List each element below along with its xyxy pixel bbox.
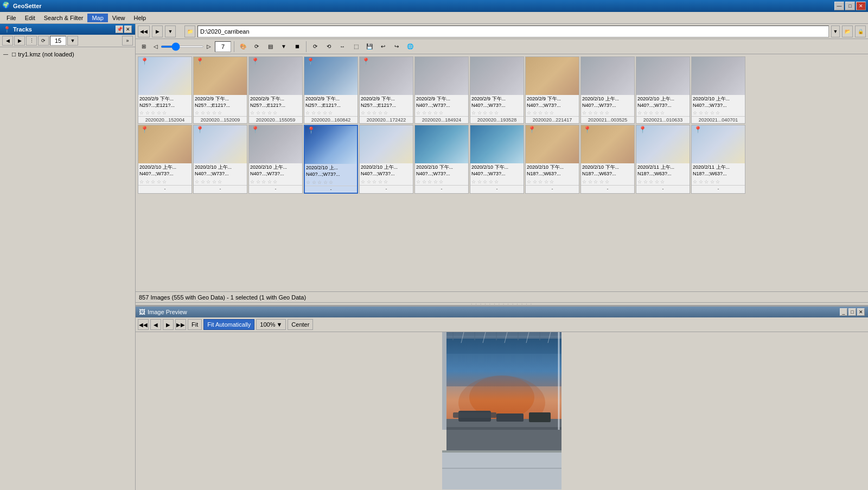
thumb-img	[415, 125, 468, 163]
path-refresh-btn[interactable]: 🔒	[855, 26, 866, 37]
menu-file[interactable]: File	[2, 14, 21, 22]
thumb-cell[interactable]: 📍2020/2/9 下午...N25?...;E121?...☆ ☆ ☆ ☆ ☆…	[304, 56, 358, 124]
preview-first-btn[interactable]: ◀◀	[138, 319, 149, 330]
preview-prev-btn[interactable]: ◀	[150, 319, 161, 330]
tb-fwd-btn[interactable]: ▶	[152, 26, 163, 37]
preview-max-btn[interactable]: □	[848, 308, 856, 316]
maximize-button[interactable]: □	[845, 2, 855, 10]
sidebar-dropdown-btn[interactable]: ▼	[67, 36, 78, 46]
thumb-cell[interactable]: 2020/2/9 下午...N40?...;W73?...☆ ☆ ☆ ☆ ☆20…	[525, 56, 579, 124]
thumb-coord: N40?...;W73?...	[471, 103, 506, 108]
path-input[interactable]	[197, 26, 829, 37]
menu-map[interactable]: Map	[87, 14, 107, 22]
thumb-cell[interactable]: 📍2020/2/10 上午...N40?...;W73?...☆ ☆ ☆ ☆ ☆…	[138, 125, 192, 193]
thumb-cell[interactable]: 📍2020/2/9 下午...N25?...;E121?...☆ ☆ ☆ ☆ ☆…	[359, 56, 413, 124]
stop-btn[interactable]: ⏹	[291, 41, 303, 53]
thumb-stars: ☆ ☆ ☆ ☆ ☆	[526, 179, 579, 185]
zoom-in-btn[interactable]: ▷	[205, 41, 213, 53]
filter-btn[interactable]: ▤	[264, 41, 276, 53]
thumb-cell[interactable]: 2020/2/10 上午...N40?...;W73?...☆ ☆ ☆ ☆ ☆2…	[636, 56, 690, 124]
close-button[interactable]: ✕	[856, 2, 866, 10]
color-btn[interactable]: 🎨	[237, 41, 249, 53]
thumb-stars: ☆ ☆ ☆ ☆ ☆	[636, 179, 690, 185]
sidebar-number-input[interactable]	[50, 36, 66, 46]
minimize-button[interactable]: —	[834, 2, 844, 10]
sidebar-collapse-btn[interactable]: »	[122, 36, 133, 46]
thumb-cell[interactable]: 2020/2/10 上午...N40?...;W73?...☆ ☆ ☆ ☆ ☆2…	[691, 56, 745, 124]
thumb-coord: N18?...;W63?...	[693, 171, 727, 176]
thumb-info: 2020/2/9 下午...N25?...;E121?...	[138, 95, 192, 110]
menu-search-filter[interactable]: Search & Filter	[40, 14, 88, 22]
tb-dropdown-btn[interactable]: ▼	[165, 26, 176, 37]
thumb-cell[interactable]: 📍2020/2/10 上...N40?...;W73?...☆ ☆ ☆ ☆ ☆-	[304, 125, 358, 193]
thumb-cell[interactable]: 📍2020/2/10 上午...N40?...;W73?...☆ ☆ ☆ ☆ ☆…	[248, 125, 303, 193]
thumb-cell[interactable]: 📍2020/2/11 上午...N18?...;W63?...☆ ☆ ☆ ☆ ☆…	[691, 125, 745, 193]
folder-icon-btn[interactable]: 📁	[184, 26, 195, 37]
thumb-filename-dash: -	[636, 185, 690, 192]
thumb-filename-dash: -	[692, 185, 745, 192]
thumb-cell[interactable]: 2020/2/10 上午...N40?...;W73?...☆ ☆ ☆ ☆ ☆-	[359, 125, 413, 193]
thumb-cell[interactable]: 2020/2/9 下午...N40?...;W73?...☆ ☆ ☆ ☆ ☆20…	[470, 56, 524, 124]
redo-btn[interactable]: ↪	[391, 41, 403, 53]
tree-item-kmz[interactable]: — □ try1.kmz (not loaded)	[2, 49, 133, 59]
undo-btn[interactable]: ↩	[377, 41, 389, 53]
preview-fit-auto-btn[interactable]: Fit Automatically	[203, 319, 254, 330]
zoom-value-input[interactable]	[215, 41, 231, 52]
thumb-cell[interactable]: 📍2020/2/9 下午...N25?...;E121?...☆ ☆ ☆ ☆ ☆…	[248, 56, 303, 124]
thumb-img	[636, 57, 690, 95]
grid-view-btn[interactable]: ⊞	[138, 41, 150, 53]
sidebar-pin-button[interactable]: 📌	[116, 26, 123, 33]
save-btn[interactable]: 💾	[363, 41, 375, 53]
thumb-cell[interactable]: 📍2020/2/11 上午...N18?...;W63?...☆ ☆ ☆ ☆ ☆…	[636, 125, 690, 193]
thumb-coord: N40?...;W73?...	[306, 171, 340, 177]
thumb-cell[interactable]: 📍2020/2/9 下午...N25?...;E121?...☆ ☆ ☆ ☆ ☆…	[138, 56, 192, 124]
thumb-cell[interactable]: 📍2020/2/10 下午...N18?...;W63?...☆ ☆ ☆ ☆ ☆…	[580, 125, 635, 193]
zoom-out-btn[interactable]: ◁	[151, 41, 160, 53]
thumb-info: 2020/2/9 下午...N40?...;W73?...	[415, 95, 468, 110]
sidebar-expand-btn[interactable]: ⋮	[26, 36, 37, 46]
thumb-cell[interactable]: 📍2020/2/9 下午...N25?...;E121?...☆ ☆ ☆ ☆ ☆…	[193, 56, 247, 124]
sidebar-fwd-btn[interactable]: ▶	[14, 36, 25, 46]
thumb-cell[interactable]: 2020/2/9 下午...N40?...;W73?...☆ ☆ ☆ ☆ ☆20…	[414, 56, 469, 124]
menu-view[interactable]: View	[108, 14, 130, 22]
preview-last-btn[interactable]: ▶▶	[175, 319, 186, 330]
menu-edit[interactable]: Edit	[21, 14, 40, 22]
preview-next-btn[interactable]: ▶	[163, 319, 174, 330]
tb-back-btn[interactable]: ◀◀	[138, 26, 150, 37]
thumb-info: 2020/2/10 下午...N18?...;W63?...	[526, 163, 579, 178]
rotate-ccw-btn[interactable]: ⟲	[323, 41, 335, 53]
preview-fit-btn[interactable]: Fit	[188, 319, 202, 330]
thumb-pin-icon: 📍	[694, 126, 702, 133]
crop-btn[interactable]: ⬚	[350, 41, 362, 53]
tree-file-icon: □	[12, 50, 16, 58]
thumb-filename: 2020020...152009	[194, 116, 247, 123]
preview-center-btn[interactable]: Center	[288, 319, 313, 330]
path-go-btn[interactable]: 📂	[842, 26, 853, 37]
right-panel: ◀◀ ▶ ▼ 📁 ▼ 📂 🔒 ⊞ ◁ ▷ 🎨 ⟳ ▤ ▼ ⏹	[136, 24, 868, 490]
path-dropdown-btn[interactable]: ▼	[831, 26, 840, 37]
window-controls: — □ ✕	[834, 2, 866, 10]
menu-help[interactable]: Help	[130, 14, 151, 22]
title-bar: 🌍 GeoSetter — □ ✕	[0, 0, 868, 12]
filter2-btn[interactable]: ▼	[278, 41, 290, 53]
preview-pin-btn[interactable]: _	[840, 308, 847, 316]
thumb-img-placeholder	[415, 57, 468, 95]
thumb-cell[interactable]: 📍2020/2/10 下午...N18?...;W63?...☆ ☆ ☆ ☆ ☆…	[525, 125, 579, 193]
flip-btn[interactable]: ↔	[336, 41, 348, 53]
rotate-cw-btn[interactable]: ⟳	[309, 41, 321, 53]
thumb-cell[interactable]: 2020/2/10 上午...N40?...;W73?...☆ ☆ ☆ ☆ ☆2…	[580, 56, 635, 124]
zoom-slider[interactable]	[161, 46, 204, 48]
refresh-btn[interactable]: ⟳	[251, 41, 263, 53]
sidebar-reload-btn[interactable]: ⟳	[38, 36, 49, 46]
thumb-cell[interactable]: 2020/2/10 下午...N40?...;W73?...☆ ☆ ☆ ☆ ☆-	[470, 125, 524, 193]
thumb-date: 2020/2/11 上午...	[637, 164, 674, 170]
thumb-pin-icon: 📍	[307, 127, 315, 133]
preview-close-btn[interactable]: ✕	[857, 308, 865, 316]
zoom-control: ◁ ▷	[151, 41, 213, 53]
globe-btn[interactable]: 🌐	[404, 41, 416, 53]
thumb-cell[interactable]: 📍2020/2/10 上午...N40?...;W73?...☆ ☆ ☆ ☆ ☆…	[193, 125, 247, 193]
preview-zoom-btn[interactable]: 100% ▼	[256, 319, 286, 330]
sidebar-back-btn[interactable]: ◀	[2, 36, 13, 46]
sidebar-x-button[interactable]: ✕	[124, 26, 132, 33]
thumb-cell[interactable]: 2020/2/10 下午...N40?...;W73?...☆ ☆ ☆ ☆ ☆-	[414, 125, 469, 193]
